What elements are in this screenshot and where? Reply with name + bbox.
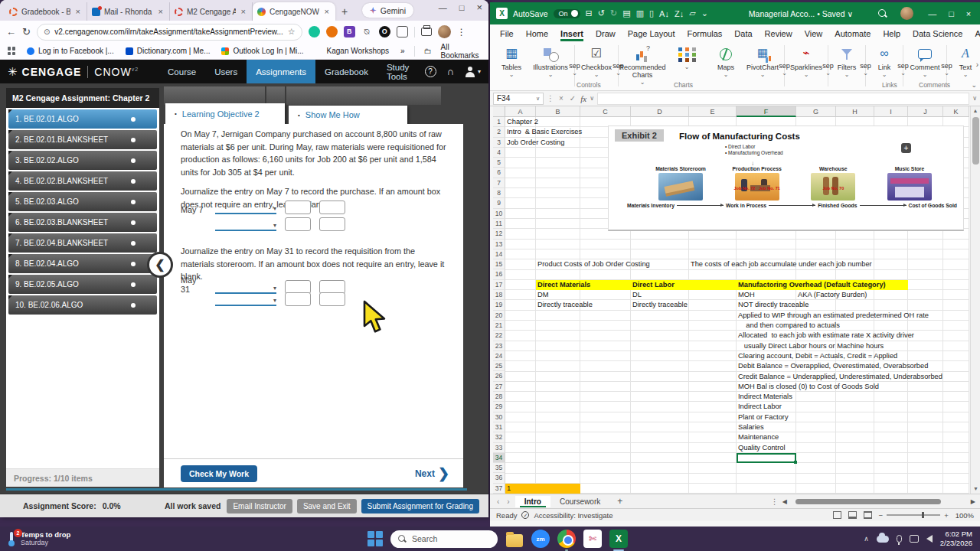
- vertical-scrollbar[interactable]: ▲ ▼: [970, 106, 980, 494]
- snipping-tool-icon[interactable]: ✄: [583, 530, 602, 548]
- column-header-A[interactable]: A: [505, 106, 536, 117]
- ribbon-overflow-icon[interactable]: ›: [976, 60, 978, 69]
- row-header-12[interactable]: 12: [493, 229, 505, 239]
- confirm-entry-icon[interactable]: ✓: [568, 94, 577, 103]
- row-header-5[interactable]: 5: [493, 158, 505, 168]
- hscroll-right-icon[interactable]: ▶: [971, 498, 975, 505]
- minimize-icon[interactable]: —: [928, 9, 936, 18]
- column-header-I[interactable]: I: [874, 106, 908, 117]
- collapse-ribbon-icon[interactable]: ⌄: [971, 81, 977, 89]
- ribbon-tab[interactable]: Data Science: [907, 27, 968, 41]
- cell-F24[interactable]: Clearing account, Debit = Actuals, Credi…: [738, 351, 897, 361]
- horizontal-scrollbar[interactable]: [791, 498, 967, 505]
- insert-function-icon[interactable]: fx: [580, 94, 586, 103]
- new-tab-button[interactable]: +: [341, 5, 348, 18]
- row-header-4[interactable]: 4: [493, 148, 505, 158]
- row-header-33[interactable]: 33: [493, 443, 505, 453]
- print-icon[interactable]: [421, 28, 432, 36]
- ribbon-button[interactable]: sep ⌄: [865, 45, 866, 86]
- ribbon-button[interactable]: Tables ⌄: [495, 45, 528, 79]
- browser-tab[interactable]: M2 Cengage As ×: [170, 2, 253, 21]
- cell-G18[interactable]: AKA (Factory Burden): [798, 290, 867, 300]
- exhibit-expand-icon[interactable]: +: [901, 143, 911, 153]
- cell-A2[interactable]: Intro & Basic Exercises: [507, 127, 582, 137]
- scroll-down-icon[interactable]: ▼: [971, 484, 980, 494]
- ribbon-tab[interactable]: File: [495, 27, 519, 41]
- ribbon-button[interactable]: sep ⌄: [903, 45, 903, 86]
- ribbon-tab[interactable]: Insert: [555, 27, 589, 41]
- account-dropdown[interactable]: [215, 202, 276, 214]
- cell-F23[interactable]: usually Direct Labor hours or Machine ho…: [738, 341, 884, 351]
- scroll-thumb[interactable]: [972, 117, 979, 165]
- row-header-23[interactable]: 23: [493, 341, 505, 351]
- column-header-F[interactable]: F: [737, 106, 796, 117]
- cell-B15[interactable]: Product Costs of Job Order Costing: [537, 259, 650, 269]
- row-header-34[interactable]: 34: [493, 453, 505, 463]
- cell-D19[interactable]: Directly traceable: [632, 300, 688, 310]
- profile-avatar[interactable]: [438, 25, 451, 38]
- cell-F17[interactable]: Manufactoring Overhead (Default Category…: [738, 280, 886, 290]
- cell-F28[interactable]: Indirect Materials: [738, 392, 792, 402]
- row-header-28[interactable]: 28: [493, 392, 505, 402]
- gemini-button[interactable]: Gemini: [362, 3, 413, 18]
- tray-overflow-icon[interactable]: ∧: [864, 535, 869, 543]
- row-header-3[interactable]: 3: [493, 138, 505, 148]
- row-header-11[interactable]: 11: [493, 219, 505, 229]
- column-header-J[interactable]: J: [908, 106, 943, 117]
- submit-assignment-button[interactable]: Submit Assignment for Grading: [361, 499, 479, 514]
- ribbon-tab[interactable]: Analytic Solver: [969, 27, 980, 41]
- hscroll-thumb[interactable]: [795, 499, 941, 504]
- extensions-icon[interactable]: [397, 26, 408, 37]
- ribbon-button[interactable]: Maps ⌄: [709, 45, 743, 79]
- sheet-next-icon[interactable]: ›: [505, 497, 511, 506]
- cell-B19[interactable]: Directly traceable: [537, 300, 593, 310]
- cell-B17[interactable]: Direct Materials: [537, 280, 590, 290]
- account-menu[interactable]: ▾: [465, 67, 481, 77]
- user-avatar[interactable]: [900, 7, 913, 20]
- sheet-menu-icon[interactable]: ⋮: [771, 497, 779, 506]
- zoom-out-icon[interactable]: −: [879, 511, 884, 520]
- row-header-15[interactable]: 15: [493, 259, 505, 269]
- row-header-32[interactable]: 32: [493, 432, 505, 442]
- cell-F27[interactable]: MOH Bal is closed (0) to Cost of Goods S…: [738, 382, 879, 392]
- save-icon[interactable]: ⊟: [586, 8, 593, 18]
- address-bar[interactable]: ⊙ v2.cengagenow.com/ilrn/takeAssignment/…: [37, 24, 302, 41]
- formula-input[interactable]: [597, 93, 969, 105]
- paste-icon[interactable]: ▤: [622, 8, 630, 18]
- zoom-thumb[interactable]: [922, 512, 924, 518]
- row-header-22[interactable]: 22: [493, 331, 505, 341]
- column-header-G[interactable]: G: [796, 106, 836, 117]
- row-header-1[interactable]: 1: [493, 117, 505, 127]
- cell-A37[interactable]: 1: [507, 484, 511, 494]
- row-header-13[interactable]: 13: [493, 240, 505, 249]
- o-extension-icon[interactable]: O: [379, 26, 390, 37]
- credit-amount-input[interactable]: [319, 201, 345, 214]
- minimize-icon[interactable]: —: [439, 3, 447, 12]
- cell-F18[interactable]: MOH: [738, 290, 755, 300]
- debit-amount-input[interactable]: [285, 217, 311, 231]
- maximize-icon[interactable]: □: [459, 3, 465, 12]
- sheet-prev-icon[interactable]: ‹: [495, 497, 501, 506]
- assignment-list-item[interactable]: 8. BE.02.04.ALGO: [8, 254, 157, 273]
- ribbon-button[interactable]: sep ⌄: [946, 45, 947, 86]
- row-header-31[interactable]: 31: [493, 422, 505, 432]
- row-header-35[interactable]: 35: [493, 463, 505, 473]
- microphone-icon[interactable]: [897, 535, 902, 543]
- tab-close-icon[interactable]: ×: [240, 7, 247, 16]
- cell-D18[interactable]: DL: [632, 290, 642, 300]
- page-layout-view-icon[interactable]: [848, 511, 857, 519]
- cell-F31[interactable]: Salaries: [738, 422, 764, 432]
- bookmark-item[interactable]: Dictionary.com | Me...: [126, 47, 211, 55]
- cengage-nav-item[interactable]: Users: [205, 60, 247, 83]
- ribbon-tab[interactable]: Help: [877, 27, 906, 41]
- assignment-list-item[interactable]: 9. BE.02.05.ALGO: [8, 275, 157, 294]
- assignment-list-item[interactable]: 6. BE.02.03.BLANKSHEET: [8, 213, 157, 232]
- bookmark-item[interactable]: Outlook Log In | Mi...: [221, 47, 303, 55]
- ribbon-tab[interactable]: Home: [521, 27, 554, 41]
- row-header-18[interactable]: 18: [493, 290, 505, 300]
- row-header-17[interactable]: 17: [493, 280, 505, 290]
- cell-F30[interactable]: Plant or Factory: [738, 412, 789, 422]
- sort-az-icon[interactable]: A↓: [659, 9, 669, 18]
- ribbon-button[interactable]: sep ⌄: [828, 45, 828, 86]
- column-header-H[interactable]: H: [836, 106, 874, 117]
